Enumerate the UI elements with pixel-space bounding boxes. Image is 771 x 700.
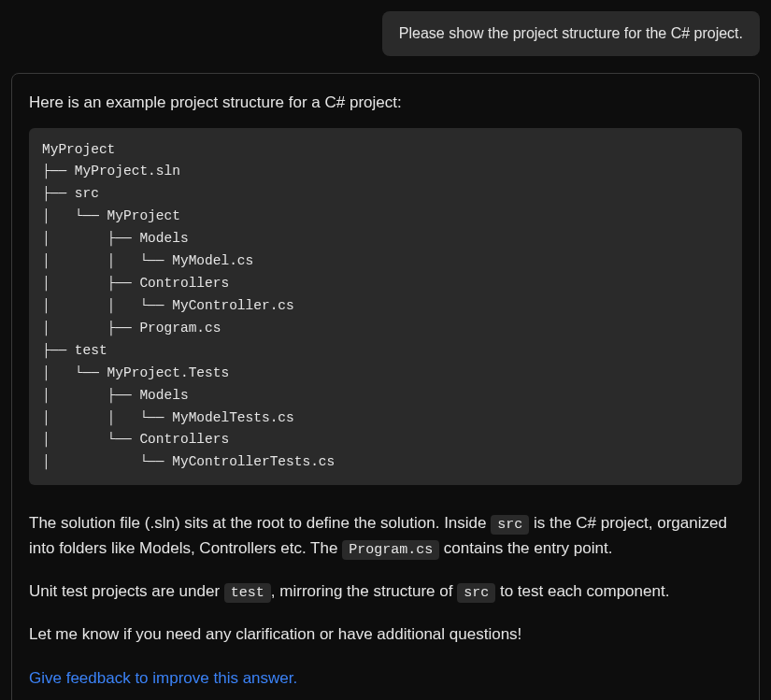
inline-code-test: test: [224, 583, 271, 603]
paragraph-text: contains the entry point.: [439, 539, 612, 557]
assistant-paragraph-1: The solution file (.sln) sits at the roo…: [29, 511, 742, 561]
inline-code-src-2: src: [457, 583, 495, 603]
inline-code-src: src: [491, 515, 529, 535]
paragraph-text: Unit test projects are under: [29, 582, 224, 600]
assistant-container: Here is an example project structure for…: [0, 73, 771, 700]
paragraph-text: The solution file (.sln) sits at the roo…: [29, 514, 491, 532]
assistant-intro-text: Here is an example project structure for…: [29, 91, 742, 115]
user-message-container: Please show the project structure for th…: [0, 0, 771, 73]
assistant-paragraph-3: Let me know if you need any clarificatio…: [29, 622, 742, 647]
paragraph-text: to test each component.: [495, 582, 669, 600]
paragraph-text: , mirroring the structure of: [271, 582, 457, 600]
code-block-project-structure: MyProject ├── MyProject.sln ├── src │ └─…: [29, 128, 742, 486]
feedback-link[interactable]: Give feedback to improve this answer.: [29, 666, 297, 691]
inline-code-program-cs: Program.cs: [342, 540, 439, 560]
assistant-message-box: Here is an example project structure for…: [11, 73, 760, 700]
assistant-paragraph-2: Unit test projects are under test, mirro…: [29, 579, 742, 604]
user-message: Please show the project structure for th…: [382, 11, 760, 56]
